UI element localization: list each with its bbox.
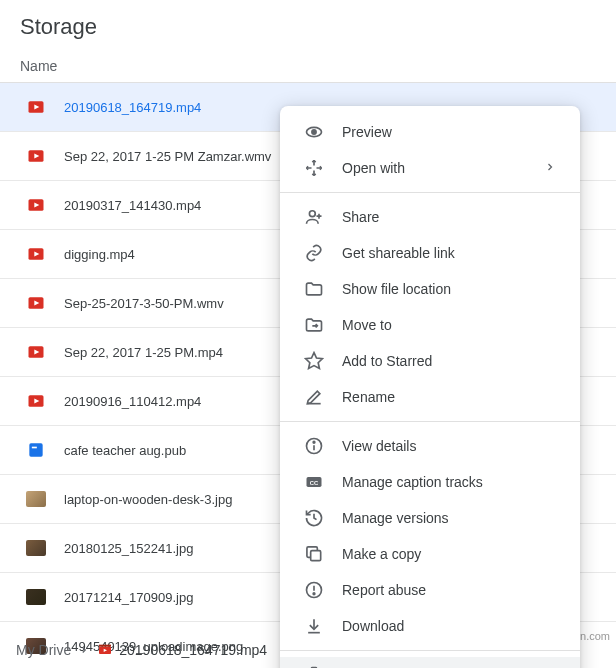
chevron-right-icon bbox=[79, 642, 89, 658]
svg-rect-14 bbox=[29, 443, 42, 456]
svg-point-17 bbox=[312, 130, 316, 134]
svg-text:CC: CC bbox=[310, 480, 319, 486]
column-header-name[interactable]: Name bbox=[0, 50, 616, 83]
menu-label: Report abuse bbox=[342, 582, 556, 598]
page-title: Storage bbox=[0, 0, 616, 50]
divider bbox=[280, 421, 580, 422]
menu-label: Manage versions bbox=[342, 510, 556, 526]
menu-label: Preview bbox=[342, 124, 556, 140]
star-icon bbox=[304, 351, 324, 371]
menu-show-location[interactable]: Show file location bbox=[280, 271, 580, 307]
file-name: laptop-on-wooden-desk-3.jpg bbox=[64, 492, 232, 507]
history-icon bbox=[304, 508, 324, 528]
file-name: digging.mp4 bbox=[64, 247, 135, 262]
menu-preview[interactable]: Preview bbox=[280, 114, 580, 150]
info-icon bbox=[304, 436, 324, 456]
svg-point-22 bbox=[313, 441, 315, 443]
file-name: 20190916_110412.mp4 bbox=[64, 394, 201, 409]
breadcrumb-current[interactable]: 20190618_164719.mp4 bbox=[97, 642, 267, 658]
eye-icon bbox=[304, 122, 324, 142]
video-icon bbox=[26, 195, 46, 215]
cc-icon: CC bbox=[304, 472, 324, 492]
alert-icon bbox=[304, 580, 324, 600]
menu-download[interactable]: Download bbox=[280, 608, 580, 644]
video-icon bbox=[26, 97, 46, 117]
video-icon bbox=[26, 146, 46, 166]
file-name: Sep 22, 2017 1-25 PM.mp4 bbox=[64, 345, 223, 360]
video-icon bbox=[26, 293, 46, 313]
menu-make-copy[interactable]: Make a copy bbox=[280, 536, 580, 572]
breadcrumb: My Drive 20190618_164719.mp4 bbox=[16, 642, 267, 658]
file-name: cafe teacher aug.pub bbox=[64, 443, 186, 458]
menu-report-abuse[interactable]: Report abuse bbox=[280, 572, 580, 608]
divider bbox=[280, 192, 580, 193]
menu-move-to[interactable]: Move to bbox=[280, 307, 580, 343]
svg-point-28 bbox=[313, 593, 315, 595]
menu-label: Add to Starred bbox=[342, 353, 556, 369]
link-icon bbox=[304, 243, 324, 263]
image-thumb-icon bbox=[26, 489, 46, 509]
chevron-right-icon bbox=[544, 160, 556, 176]
video-icon bbox=[26, 391, 46, 411]
person-add-icon bbox=[304, 207, 324, 227]
image-thumb-icon bbox=[26, 587, 46, 607]
folder-move-icon bbox=[304, 315, 324, 335]
menu-label: Open with bbox=[342, 160, 544, 176]
menu-label: Show file location bbox=[342, 281, 556, 297]
video-icon bbox=[26, 342, 46, 362]
file-name: 20190317_141430.mp4 bbox=[64, 198, 201, 213]
folder-icon bbox=[304, 279, 324, 299]
video-icon bbox=[26, 244, 46, 264]
svg-point-18 bbox=[309, 211, 315, 217]
svg-rect-31 bbox=[99, 645, 111, 647]
pencil-icon bbox=[304, 387, 324, 407]
copy-icon bbox=[304, 544, 324, 564]
breadcrumb-root[interactable]: My Drive bbox=[16, 642, 71, 658]
video-icon bbox=[97, 642, 113, 658]
menu-label: Make a copy bbox=[342, 546, 556, 562]
menu-get-link[interactable]: Get shareable link bbox=[280, 235, 580, 271]
menu-view-details[interactable]: View details bbox=[280, 428, 580, 464]
menu-rename[interactable]: Rename bbox=[280, 379, 580, 415]
svg-rect-15 bbox=[32, 447, 37, 449]
divider bbox=[280, 650, 580, 651]
menu-manage-versions[interactable]: Manage versions bbox=[280, 500, 580, 536]
file-name: 20171214_170909.jpg bbox=[64, 590, 193, 605]
menu-label: Download bbox=[342, 618, 556, 634]
context-menu: Preview Open with Share Get shareable li… bbox=[280, 106, 580, 668]
file-name: Sep 22, 2017 1-25 PM Zamzar.wmv bbox=[64, 149, 271, 164]
menu-share[interactable]: Share bbox=[280, 199, 580, 235]
menu-add-starred[interactable]: Add to Starred bbox=[280, 343, 580, 379]
menu-manage-captions[interactable]: CC Manage caption tracks bbox=[280, 464, 580, 500]
menu-label: Rename bbox=[342, 389, 556, 405]
breadcrumb-current-label: 20190618_164719.mp4 bbox=[119, 642, 267, 658]
open-with-icon bbox=[304, 158, 324, 178]
file-name: 20180125_152241.jpg bbox=[64, 541, 193, 556]
image-thumb-icon bbox=[26, 538, 46, 558]
pub-icon bbox=[26, 440, 46, 460]
file-name: 20190618_164719.mp4 bbox=[64, 100, 201, 115]
download-icon bbox=[304, 616, 324, 636]
file-name: Sep-25-2017-3-50-PM.wmv bbox=[64, 296, 224, 311]
svg-rect-25 bbox=[311, 551, 321, 561]
menu-label: View details bbox=[342, 438, 556, 454]
menu-open-with[interactable]: Open with bbox=[280, 150, 580, 186]
menu-label: Move to bbox=[342, 317, 556, 333]
menu-label: Manage caption tracks bbox=[342, 474, 556, 490]
menu-label: Get shareable link bbox=[342, 245, 556, 261]
menu-remove[interactable]: Remove bbox=[280, 657, 580, 668]
menu-label: Share bbox=[342, 209, 556, 225]
svg-marker-19 bbox=[306, 353, 323, 369]
